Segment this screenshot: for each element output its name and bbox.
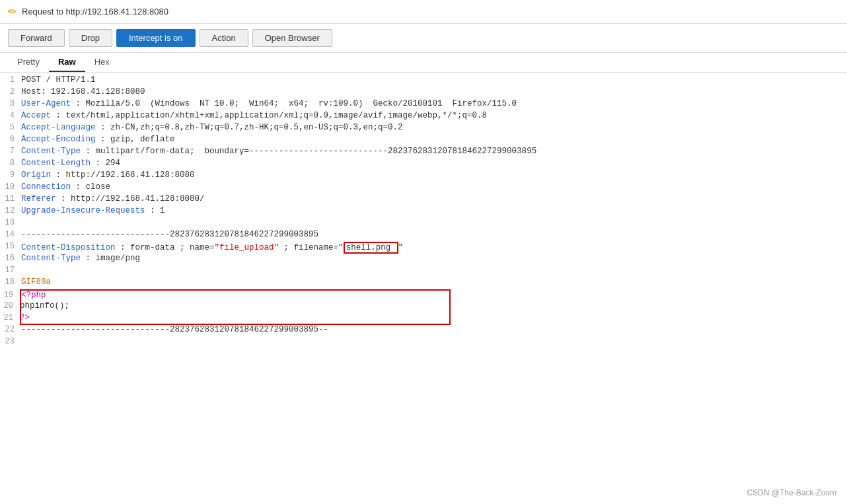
line-number: 5 — [3, 123, 21, 132]
line-content[interactable]: <?php — [20, 291, 447, 300]
table-row: 11Referer : http://192.168.41.128:8080/ — [0, 194, 847, 206]
line-number: 13 — [3, 218, 21, 227]
table-row: 15Content-Disposition : form-data ; name… — [0, 242, 847, 254]
table-row: 3User-Agent : Mozilla/5.0 (Windows NT 10… — [0, 99, 847, 111]
request-url: Request to http://192.168.41.128:8080 — [22, 7, 168, 17]
line-content[interactable]: ------------------------------2823762831… — [21, 325, 844, 334]
line-number: 9 — [3, 170, 21, 180]
line-content[interactable]: Accept : text/html,application/xhtml+xml… — [21, 111, 844, 120]
table-row: 6Accept-Encoding : gzip, deflate — [0, 135, 847, 147]
action-button[interactable]: Action — [200, 29, 248, 47]
line-content[interactable]: POST / HTTP/1.1 — [21, 75, 844, 85]
line-content[interactable]: Content-Length : 294 — [21, 159, 844, 168]
line-content[interactable]: Connection : close — [21, 182, 844, 192]
line-content[interactable]: ------------------------------2823762831… — [21, 230, 844, 239]
line-content[interactable]: phpinfo(); — [20, 301, 447, 310]
table-row: 14------------------------------28237628… — [0, 230, 847, 242]
table-row: 13 — [0, 218, 847, 230]
line-number: 6 — [3, 135, 21, 144]
line-content[interactable]: Content-Disposition : form-data ; name="… — [21, 242, 844, 254]
line-number: 12 — [3, 206, 21, 215]
line-number: 1 — [3, 75, 21, 85]
line-number: 2 — [3, 87, 21, 96]
toolbar: Forward Drop Intercept is on Action Open… — [0, 24, 847, 53]
line-content[interactable]: Content-Type : multipart/form-data; boun… — [21, 147, 844, 156]
line-content[interactable]: ?> — [20, 313, 447, 322]
line-number: 17 — [3, 266, 21, 275]
table-row: 21?> — [20, 313, 451, 325]
table-row: 1POST / HTTP/1.1 — [0, 75, 847, 87]
line-number: 23 — [3, 337, 21, 346]
line-content[interactable]: Origin : http://192.168.41.128:8080 — [21, 170, 844, 180]
table-row: 22------------------------------28237628… — [0, 325, 847, 337]
tab-pretty[interactable]: Pretty — [8, 53, 49, 72]
line-content[interactable]: Host: 192.168.41.128:8080 — [21, 87, 844, 96]
top-bar: ✏ Request to http://192.168.41.128:8080 — [0, 0, 847, 24]
table-row: 17 — [0, 266, 847, 277]
line-content[interactable]: GIF89a — [21, 277, 844, 287]
line-number: 22 — [3, 325, 21, 334]
intercept-button[interactable]: Intercept is on — [116, 29, 196, 47]
pencil-icon: ✏ — [8, 5, 17, 18]
line-number: 20 — [1, 301, 20, 310]
table-row: 18GIF89a — [0, 277, 847, 289]
tab-hex[interactable]: Hex — [85, 53, 119, 72]
line-number: 16 — [3, 254, 21, 263]
table-row: 20phpinfo(); — [20, 301, 451, 313]
line-content[interactable]: User-Agent : Mozilla/5.0 (Windows NT 10.… — [21, 99, 844, 108]
table-row: 2Host: 192.168.41.128:8080 — [0, 87, 847, 99]
line-number: 11 — [3, 194, 21, 203]
table-row: 7Content-Type : multipart/form-data; bou… — [0, 147, 847, 159]
drop-button[interactable]: Drop — [69, 29, 112, 47]
watermark: CSDN @The-Back-Zoom — [747, 488, 836, 497]
line-content[interactable]: Content-Type : image/png — [21, 254, 844, 263]
line-content[interactable]: Upgrade-Insecure-Requests : 1 — [21, 206, 844, 215]
open-browser-button[interactable]: Open Browser — [252, 29, 332, 47]
tab-raw[interactable]: Raw — [49, 53, 85, 72]
table-row: 5Accept-Language : zh-CN,zh;q=0.8,zh-TW;… — [0, 123, 847, 135]
line-number: 7 — [3, 147, 21, 156]
line-number: 8 — [3, 159, 21, 168]
table-row: 10Connection : close — [0, 182, 847, 194]
forward-button[interactable]: Forward — [8, 29, 65, 47]
table-row: 4Accept : text/html,application/xhtml+xm… — [0, 111, 847, 123]
line-number: 10 — [3, 182, 21, 192]
table-row: 12Upgrade-Insecure-Requests : 1 — [0, 206, 847, 218]
table-row: 16Content-Type : image/png — [0, 254, 847, 266]
table-row: 8Content-Length : 294 — [0, 159, 847, 170]
line-number: 18 — [3, 277, 21, 287]
line-content[interactable]: Accept-Language : zh-CN,zh;q=0.8,zh-TW;q… — [21, 123, 844, 132]
tabs-bar: Pretty Raw Hex — [0, 53, 847, 73]
line-content[interactable]: Accept-Encoding : gzip, deflate — [21, 135, 844, 144]
line-number: 19 — [1, 291, 20, 300]
table-row: 19<?php — [20, 289, 451, 301]
table-row: 9Origin : http://192.168.41.128:8080 — [0, 170, 847, 182]
table-row: 23 — [0, 337, 847, 349]
line-number: 3 — [3, 99, 21, 108]
line-content[interactable]: Referer : http://192.168.41.128:8080/ — [21, 194, 844, 203]
content-area: 1POST / HTTP/1.12Host: 192.168.41.128:80… — [0, 73, 847, 497]
line-number: 15 — [3, 242, 21, 251]
line-number: 4 — [3, 111, 21, 120]
line-number: 14 — [3, 230, 21, 239]
line-number: 21 — [1, 313, 20, 322]
